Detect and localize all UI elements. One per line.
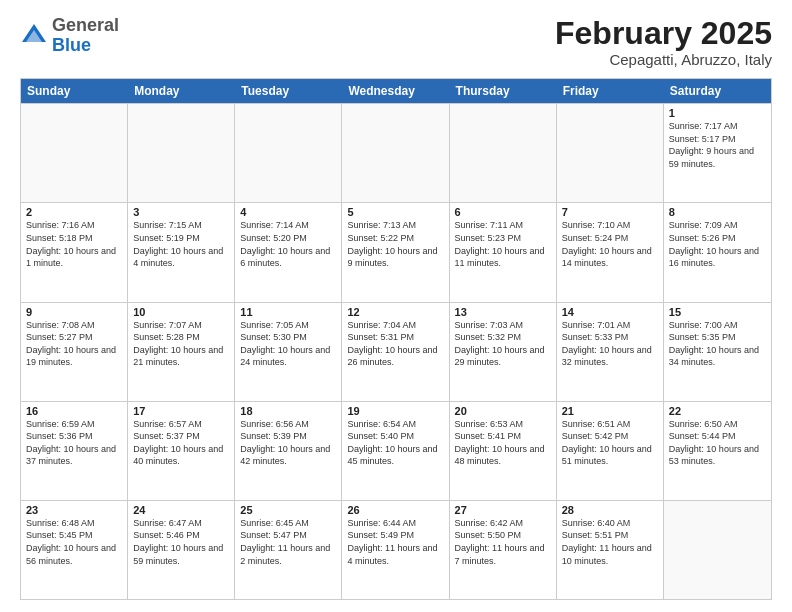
calendar-cell: 23Sunrise: 6:48 AM Sunset: 5:45 PM Dayli… — [21, 501, 128, 599]
calendar-week-row: 16Sunrise: 6:59 AM Sunset: 5:36 PM Dayli… — [21, 401, 771, 500]
day-info: Sunrise: 6:47 AM Sunset: 5:46 PM Dayligh… — [133, 517, 229, 567]
calendar: SundayMondayTuesdayWednesdayThursdayFrid… — [20, 78, 772, 600]
calendar-day-header: Thursday — [450, 79, 557, 103]
calendar-cell: 3Sunrise: 7:15 AM Sunset: 5:19 PM Daylig… — [128, 203, 235, 301]
day-info: Sunrise: 7:03 AM Sunset: 5:32 PM Dayligh… — [455, 319, 551, 369]
day-info: Sunrise: 7:08 AM Sunset: 5:27 PM Dayligh… — [26, 319, 122, 369]
day-number: 4 — [240, 206, 336, 218]
calendar-week-row: 2Sunrise: 7:16 AM Sunset: 5:18 PM Daylig… — [21, 202, 771, 301]
day-number: 18 — [240, 405, 336, 417]
calendar-cell: 11Sunrise: 7:05 AM Sunset: 5:30 PM Dayli… — [235, 303, 342, 401]
day-info: Sunrise: 6:45 AM Sunset: 5:47 PM Dayligh… — [240, 517, 336, 567]
calendar-cell: 4Sunrise: 7:14 AM Sunset: 5:20 PM Daylig… — [235, 203, 342, 301]
calendar-subtitle: Cepagatti, Abruzzo, Italy — [555, 51, 772, 68]
day-number: 8 — [669, 206, 766, 218]
day-number: 14 — [562, 306, 658, 318]
calendar-day-header: Saturday — [664, 79, 771, 103]
calendar-cell: 1Sunrise: 7:17 AM Sunset: 5:17 PM Daylig… — [664, 104, 771, 202]
logo-text: General Blue — [52, 16, 119, 56]
day-number: 25 — [240, 504, 336, 516]
calendar-cell: 16Sunrise: 6:59 AM Sunset: 5:36 PM Dayli… — [21, 402, 128, 500]
calendar-cell: 26Sunrise: 6:44 AM Sunset: 5:49 PM Dayli… — [342, 501, 449, 599]
calendar-cell: 5Sunrise: 7:13 AM Sunset: 5:22 PM Daylig… — [342, 203, 449, 301]
day-number: 13 — [455, 306, 551, 318]
calendar-day-header: Tuesday — [235, 79, 342, 103]
calendar-week-row: 9Sunrise: 7:08 AM Sunset: 5:27 PM Daylig… — [21, 302, 771, 401]
day-info: Sunrise: 6:56 AM Sunset: 5:39 PM Dayligh… — [240, 418, 336, 468]
day-number: 23 — [26, 504, 122, 516]
calendar-cell: 8Sunrise: 7:09 AM Sunset: 5:26 PM Daylig… — [664, 203, 771, 301]
day-number: 24 — [133, 504, 229, 516]
calendar-day-header: Friday — [557, 79, 664, 103]
day-info: Sunrise: 7:16 AM Sunset: 5:18 PM Dayligh… — [26, 219, 122, 269]
day-info: Sunrise: 7:09 AM Sunset: 5:26 PM Dayligh… — [669, 219, 766, 269]
day-number: 22 — [669, 405, 766, 417]
day-number: 11 — [240, 306, 336, 318]
calendar-week-row: 1Sunrise: 7:17 AM Sunset: 5:17 PM Daylig… — [21, 103, 771, 202]
calendar-cell: 28Sunrise: 6:40 AM Sunset: 5:51 PM Dayli… — [557, 501, 664, 599]
calendar-cell — [128, 104, 235, 202]
calendar-cell: 7Sunrise: 7:10 AM Sunset: 5:24 PM Daylig… — [557, 203, 664, 301]
calendar-cell: 19Sunrise: 6:54 AM Sunset: 5:40 PM Dayli… — [342, 402, 449, 500]
day-info: Sunrise: 6:54 AM Sunset: 5:40 PM Dayligh… — [347, 418, 443, 468]
day-info: Sunrise: 7:05 AM Sunset: 5:30 PM Dayligh… — [240, 319, 336, 369]
day-number: 28 — [562, 504, 658, 516]
page: General Blue February 2025 Cepagatti, Ab… — [0, 0, 792, 612]
calendar-day-header: Sunday — [21, 79, 128, 103]
calendar-cell: 24Sunrise: 6:47 AM Sunset: 5:46 PM Dayli… — [128, 501, 235, 599]
day-info: Sunrise: 7:01 AM Sunset: 5:33 PM Dayligh… — [562, 319, 658, 369]
calendar-header-row: SundayMondayTuesdayWednesdayThursdayFrid… — [21, 79, 771, 103]
calendar-cell — [664, 501, 771, 599]
calendar-cell — [557, 104, 664, 202]
calendar-cell — [235, 104, 342, 202]
day-info: Sunrise: 7:00 AM Sunset: 5:35 PM Dayligh… — [669, 319, 766, 369]
day-info: Sunrise: 6:42 AM Sunset: 5:50 PM Dayligh… — [455, 517, 551, 567]
calendar-cell: 2Sunrise: 7:16 AM Sunset: 5:18 PM Daylig… — [21, 203, 128, 301]
logo-icon — [20, 22, 48, 50]
day-info: Sunrise: 6:59 AM Sunset: 5:36 PM Dayligh… — [26, 418, 122, 468]
day-number: 3 — [133, 206, 229, 218]
calendar-day-header: Wednesday — [342, 79, 449, 103]
day-number: 9 — [26, 306, 122, 318]
day-number: 17 — [133, 405, 229, 417]
day-info: Sunrise: 7:14 AM Sunset: 5:20 PM Dayligh… — [240, 219, 336, 269]
day-number: 27 — [455, 504, 551, 516]
day-info: Sunrise: 6:50 AM Sunset: 5:44 PM Dayligh… — [669, 418, 766, 468]
calendar-cell — [450, 104, 557, 202]
day-number: 6 — [455, 206, 551, 218]
calendar-cell: 14Sunrise: 7:01 AM Sunset: 5:33 PM Dayli… — [557, 303, 664, 401]
day-number: 1 — [669, 107, 766, 119]
calendar-cell: 27Sunrise: 6:42 AM Sunset: 5:50 PM Dayli… — [450, 501, 557, 599]
day-number: 10 — [133, 306, 229, 318]
day-info: Sunrise: 6:53 AM Sunset: 5:41 PM Dayligh… — [455, 418, 551, 468]
logo-general: General — [52, 15, 119, 35]
calendar-cell: 20Sunrise: 6:53 AM Sunset: 5:41 PM Dayli… — [450, 402, 557, 500]
calendar-cell: 25Sunrise: 6:45 AM Sunset: 5:47 PM Dayli… — [235, 501, 342, 599]
day-number: 2 — [26, 206, 122, 218]
calendar-cell: 6Sunrise: 7:11 AM Sunset: 5:23 PM Daylig… — [450, 203, 557, 301]
calendar-title: February 2025 — [555, 16, 772, 51]
day-info: Sunrise: 7:10 AM Sunset: 5:24 PM Dayligh… — [562, 219, 658, 269]
day-info: Sunrise: 7:15 AM Sunset: 5:19 PM Dayligh… — [133, 219, 229, 269]
day-info: Sunrise: 6:44 AM Sunset: 5:49 PM Dayligh… — [347, 517, 443, 567]
day-number: 15 — [669, 306, 766, 318]
logo-blue: Blue — [52, 35, 91, 55]
calendar-week-row: 23Sunrise: 6:48 AM Sunset: 5:45 PM Dayli… — [21, 500, 771, 599]
calendar-cell: 22Sunrise: 6:50 AM Sunset: 5:44 PM Dayli… — [664, 402, 771, 500]
calendar-cell: 10Sunrise: 7:07 AM Sunset: 5:28 PM Dayli… — [128, 303, 235, 401]
day-number: 21 — [562, 405, 658, 417]
day-number: 7 — [562, 206, 658, 218]
header: General Blue February 2025 Cepagatti, Ab… — [20, 16, 772, 68]
calendar-cell: 15Sunrise: 7:00 AM Sunset: 5:35 PM Dayli… — [664, 303, 771, 401]
day-number: 26 — [347, 504, 443, 516]
day-info: Sunrise: 7:17 AM Sunset: 5:17 PM Dayligh… — [669, 120, 766, 170]
day-info: Sunrise: 6:51 AM Sunset: 5:42 PM Dayligh… — [562, 418, 658, 468]
day-info: Sunrise: 7:13 AM Sunset: 5:22 PM Dayligh… — [347, 219, 443, 269]
day-info: Sunrise: 6:48 AM Sunset: 5:45 PM Dayligh… — [26, 517, 122, 567]
day-number: 16 — [26, 405, 122, 417]
day-info: Sunrise: 7:11 AM Sunset: 5:23 PM Dayligh… — [455, 219, 551, 269]
day-info: Sunrise: 7:07 AM Sunset: 5:28 PM Dayligh… — [133, 319, 229, 369]
title-block: February 2025 Cepagatti, Abruzzo, Italy — [555, 16, 772, 68]
day-number: 5 — [347, 206, 443, 218]
day-number: 19 — [347, 405, 443, 417]
